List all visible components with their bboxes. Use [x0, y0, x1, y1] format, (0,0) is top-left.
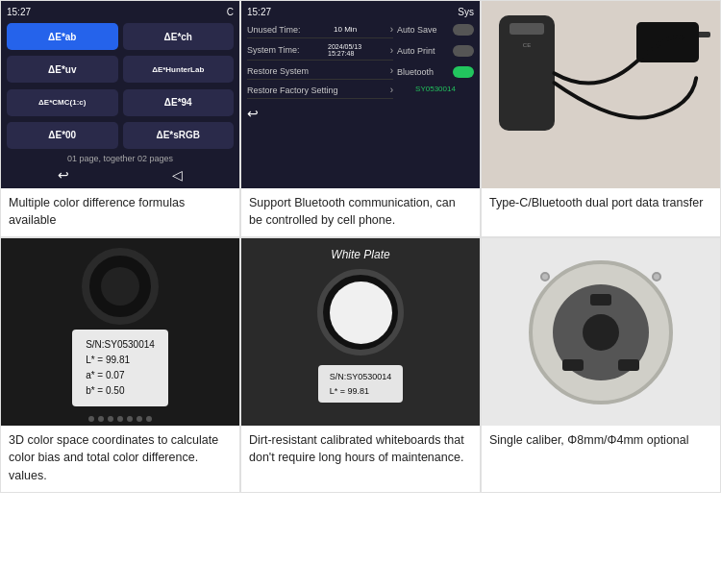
btn-dehunter[interactable]: ΔE*HunterLab: [123, 56, 235, 83]
page-info: 01 page, together 02 pages: [7, 154, 234, 163]
slot-top: [590, 294, 611, 306]
caption-1: Multiple color difference formulas avail…: [1, 188, 239, 236]
toggle-auto-print: Auto Print: [397, 42, 474, 60]
sys-label: Sys: [458, 7, 474, 17]
row-restore-factory[interactable]: Restore Factory Setting ›: [247, 82, 393, 99]
btn-de94[interactable]: ΔE*94: [123, 89, 235, 116]
btn-deuv[interactable]: ΔE*uv: [7, 56, 118, 83]
topbar-1: 15:27 C: [7, 7, 234, 17]
time-1: 15:27: [7, 7, 31, 17]
btn-de00[interactable]: ΔE*00: [7, 122, 118, 149]
screw-tl: [540, 272, 550, 282]
row-unused-time: Unused Time: 10 Min ›: [247, 21, 393, 38]
cell-5-image: White Plate S/N:SY0530014 L* = 99.81: [241, 238, 480, 426]
dot-2: [98, 416, 104, 422]
topbar-2: 15:27 Sys: [247, 7, 474, 17]
screen-3d: S/N:SY0530014 L* = 99.81 a* = 0.07 b* = …: [1, 238, 239, 426]
toggle-auto-print-control[interactable]: [453, 45, 474, 57]
caption-6: Single caliber, Φ8mm/Φ4mm optional: [482, 426, 720, 491]
cell-1-image: 15:27 C ΔE*ab ΔE*ch ΔE*uv ΔE*HunterLab Δ…: [1, 1, 239, 188]
triangle-icon-1[interactable]: ◁: [172, 167, 183, 183]
cell-formulas: 15:27 C ΔE*ab ΔE*ch ΔE*uv ΔE*HunterLab Δ…: [0, 0, 240, 237]
center-hole: [583, 314, 619, 351]
btn-decmc[interactable]: ΔE*CMC(1:c): [7, 89, 118, 116]
formula-buttons: ΔE*ab ΔE*ch ΔE*uv ΔE*HunterLab ΔE*CMC(1:…: [7, 23, 234, 150]
screen-bluetooth: 15:27 Sys Unused Time: 10 Min › System T…: [241, 1, 480, 188]
bluetooth-id: SY0530014: [397, 85, 474, 93]
a-value: a* = 0.07: [86, 368, 155, 383]
dot-3: [108, 416, 113, 422]
cable-svg: [482, 1, 720, 188]
toggle-auto-save-control[interactable]: [453, 24, 474, 36]
toggle-bluetooth-control[interactable]: [453, 66, 474, 78]
dot-5: [127, 416, 133, 422]
screen-caliber: [482, 238, 720, 426]
sn-label: S/N:SY0530014: [86, 337, 155, 353]
sn-label-5: S/N:SY0530014: [330, 370, 392, 383]
cell-white-plate: White Plate S/N:SY0530014 L* = 99.81 Dir…: [240, 237, 481, 492]
label-box-4: S/N:SY0530014 L* = 99.81 a* = 0.07 b* = …: [72, 330, 168, 406]
nav-1: ↩ ◁: [7, 167, 234, 183]
bt-content: Unused Time: 10 Min › System Time: 2024/…: [247, 21, 474, 183]
caliber-center: [553, 284, 649, 380]
white-plate-title: White Plate: [331, 248, 389, 261]
row-restore-system[interactable]: Restore System ›: [247, 62, 393, 80]
row-system-time: System Time: 2024/05/1315:27:48 ›: [247, 40, 393, 61]
main-grid: 15:27 C ΔE*ab ΔE*ch ΔE*uv ΔE*HunterLab Δ…: [0, 0, 721, 493]
adapter-photo: CE: [482, 1, 720, 188]
toggle-auto-save: Auto Save: [397, 21, 474, 38]
cell-4-image: S/N:SY0530014 L* = 99.81 a* = 0.07 b* = …: [1, 238, 239, 426]
caption-4: 3D color space coordinates to calculate …: [1, 426, 239, 491]
dots: [88, 416, 152, 422]
caption-5: Dirt-resistant calibrated whiteboards th…: [241, 426, 480, 491]
white-circle-inner: [330, 282, 392, 344]
l-value: L* = 99.81: [86, 353, 155, 368]
screen-formulas: 15:27 C ΔE*ab ΔE*ch ΔE*uv ΔE*HunterLab Δ…: [1, 1, 239, 188]
cell-2-image: 15:27 Sys Unused Time: 10 Min › System T…: [241, 1, 480, 188]
screw-tr: [652, 272, 661, 282]
dot-6: [137, 416, 142, 422]
dot-4: [117, 416, 123, 422]
label-box-5: S/N:SY0530014 L* = 99.81: [318, 365, 404, 403]
cell-adapter: CE Type-C/Bluetooth dual port data trans…: [481, 0, 721, 237]
caption-3: Type-C/Bluetooth dual port data transfer: [482, 188, 720, 236]
caliber-outer: [529, 260, 673, 404]
btn-desrgb[interactable]: ΔE*sRGB: [123, 122, 235, 149]
back-icon-2[interactable]: ↩: [247, 106, 259, 121]
btn-dech[interactable]: ΔE*ch: [123, 23, 235, 50]
aperture: [82, 248, 159, 325]
bt-right: Auto Save Auto Print Bluetooth SY0530014: [397, 21, 474, 183]
cell-caliber: Single caliber, Φ8mm/Φ4mm optional: [481, 237, 721, 492]
toggle-bluetooth: Bluetooth: [397, 63, 474, 81]
cell-3-image: CE: [482, 1, 720, 188]
cell-6-image: [482, 238, 720, 426]
time-2: 15:27: [247, 7, 271, 17]
white-circle: [317, 269, 404, 355]
slot-br: [618, 359, 639, 371]
back-icon-1[interactable]: ↩: [58, 167, 69, 183]
cell-bluetooth: 15:27 Sys Unused Time: 10 Min › System T…: [240, 0, 481, 237]
btn-deab[interactable]: ΔE*ab: [7, 23, 118, 50]
dot-7: [146, 416, 152, 422]
caption-2: Support Bluetooth communication, can be …: [241, 188, 480, 236]
l-value-5: L* = 99.81: [330, 384, 392, 398]
aperture-inner: [101, 267, 139, 306]
bt-nav: ↩: [247, 105, 393, 122]
dot-1: [88, 416, 94, 422]
bt-left: Unused Time: 10 Min › System Time: 2024/…: [247, 21, 393, 183]
cell-3d-color: S/N:SY0530014 L* = 99.81 a* = 0.07 b* = …: [0, 237, 240, 492]
slot-bl: [562, 359, 584, 371]
b-value: b* = 0.50: [86, 383, 155, 399]
screen-white-plate: White Plate S/N:SY0530014 L* = 99.81: [241, 238, 480, 426]
topbar-1-right: C: [227, 7, 234, 17]
